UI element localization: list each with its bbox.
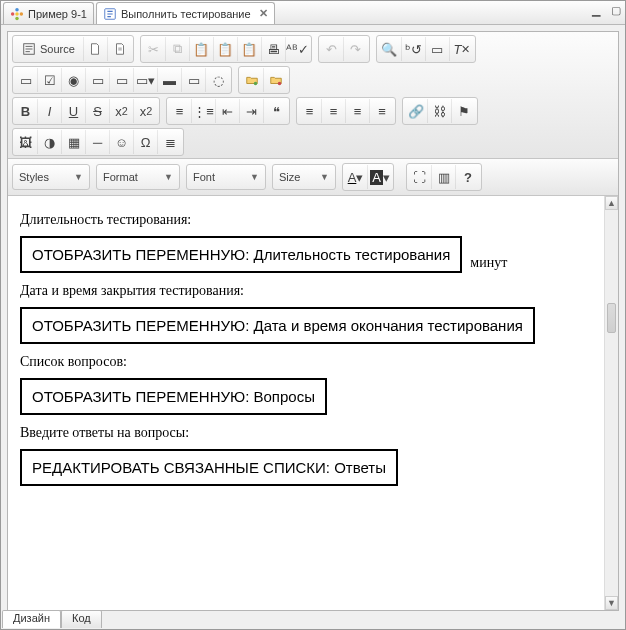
toolbar-row-2: ▭ ☑ ◉ ▭ ▭ ▭▾ ▬ ▭ ◌ (12, 66, 614, 94)
replace-button[interactable]: ᵇ↺ (402, 37, 426, 61)
textcolor-button[interactable]: A▾ (344, 165, 368, 189)
anchor-button[interactable]: ⚑ (452, 99, 476, 123)
variable-box-duration[interactable]: ОТОБРАЗИТЬ ПЕРЕМЕННУЮ: Длительность тест… (20, 236, 462, 273)
hr-button[interactable]: ─ (86, 130, 110, 154)
select-button[interactable]: ▭▾ (134, 68, 158, 92)
scroll-thumb[interactable] (607, 303, 616, 333)
align-justify-button[interactable]: ≡ (370, 99, 394, 123)
maximize-icon[interactable]: ▢ (609, 3, 623, 17)
flower-icon (10, 7, 24, 21)
svg-point-0 (15, 12, 19, 16)
outdent-button[interactable]: ⇤ (216, 99, 240, 123)
spellcheck-button[interactable]: ᴬᴮ✓ (286, 37, 310, 61)
toolbar-dropdown-row: Styles▼ Format▼ Font▼ Size▼ A▾ A▾ ⛶ ▥ ? (8, 159, 618, 196)
link-button[interactable]: 🔗 (404, 99, 428, 123)
bullist-button[interactable]: ⋮≡ (192, 99, 216, 123)
paste-button[interactable]: 📋 (190, 37, 214, 61)
pagebreak-button[interactable]: ≣ (158, 130, 182, 154)
textarea-button[interactable]: ▭ (110, 68, 134, 92)
image-button[interactable]: 🖼 (14, 130, 38, 154)
variable-box-closedate[interactable]: ОТОБРАЗИТЬ ПЕРЕМЕННУЮ: Дата и время окон… (20, 307, 535, 344)
suffix-minutes: минут (470, 255, 507, 271)
variable-box-answers[interactable]: РЕДАКТИРОВАТЬ СВЯЗАННЫЕ СПИСКИ: Ответы (20, 449, 398, 486)
removeformat-button[interactable]: T✕ (450, 37, 474, 61)
svg-point-3 (11, 12, 15, 16)
smiley-button[interactable]: ☺ (110, 130, 134, 154)
styles-dropdown[interactable]: Styles▼ (12, 164, 90, 190)
flash-button[interactable]: ◑ (38, 130, 62, 154)
editor-content[interactable]: Длительность тестирования: ОТОБРАЗИТЬ ПЕ… (8, 196, 604, 610)
open-folder-icon (245, 73, 259, 87)
custom1-button[interactable] (240, 68, 264, 92)
textfield-button[interactable]: ▭ (86, 68, 110, 92)
hidden-button[interactable]: ◌ (206, 68, 230, 92)
subscript-button[interactable]: x2 (110, 99, 134, 123)
paste-word-button[interactable]: 📋 (238, 37, 262, 61)
underline-button[interactable]: U (62, 99, 86, 123)
font-dropdown[interactable]: Font▼ (186, 164, 266, 190)
superscript-button[interactable]: x2 (134, 99, 158, 123)
showblocks-button[interactable]: ▥ (432, 165, 456, 189)
selectall-button[interactable]: ▭ (426, 37, 450, 61)
form-button[interactable]: ▭ (14, 68, 38, 92)
table-button[interactable]: ▦ (62, 130, 86, 154)
close-icon[interactable]: ✕ (259, 7, 268, 20)
label-answers: Введите ответы на вопросы: (20, 425, 592, 441)
source-button[interactable]: Source (14, 37, 84, 61)
svg-point-8 (278, 82, 282, 86)
bold-button[interactable]: B (14, 99, 38, 123)
unlink-button[interactable]: ⛓ (428, 99, 452, 123)
specialchar-button[interactable]: Ω (134, 130, 158, 154)
chevron-down-icon: ▼ (320, 172, 329, 182)
numlist-button[interactable]: ≡ (168, 99, 192, 123)
svg-point-4 (20, 12, 24, 16)
align-center-button[interactable]: ≡ (322, 99, 346, 123)
editor-frame: Source ✂ ⧉ 📋 📋 📋 🖶 ᴬᴮ✓ ↶ ↷ (7, 31, 619, 611)
about-button[interactable]: ? (456, 165, 480, 189)
copy-button[interactable]: ⧉ (166, 37, 190, 61)
variable-box-questions[interactable]: ОТОБРАЗИТЬ ПЕРЕМЕННУЮ: Вопросы (20, 378, 327, 415)
button-button[interactable]: ▬ (158, 68, 182, 92)
tab-design[interactable]: Дизайн (2, 610, 61, 628)
checkbox-button[interactable]: ☑ (38, 68, 62, 92)
label-duration: Длительность тестирования: (20, 212, 592, 228)
indent-button[interactable]: ⇥ (240, 99, 264, 123)
align-right-button[interactable]: ≡ (346, 99, 370, 123)
radio-button[interactable]: ◉ (62, 68, 86, 92)
chevron-down-icon: ▼ (250, 172, 259, 182)
tab-label: Пример 9-1 (28, 8, 87, 20)
find-button[interactable]: 🔍 (378, 37, 402, 61)
chevron-down-icon: ▼ (164, 172, 173, 182)
maximize-button[interactable]: ⛶ (408, 165, 432, 189)
tab-run-test[interactable]: Выполнить тестирование ✕ (96, 2, 275, 24)
svg-point-7 (253, 82, 257, 86)
tab-label: Выполнить тестирование (121, 8, 251, 20)
strike-button[interactable]: S (86, 99, 110, 123)
scroll-up-icon[interactable]: ▲ (605, 196, 618, 210)
scroll-down-icon[interactable]: ▼ (605, 596, 618, 610)
format-dropdown[interactable]: Format▼ (96, 164, 180, 190)
toolbar-row-3: B I U S x2 x2 ≡ ⋮≡ ⇤ ⇥ ❝ ≡ ≡ ≡ ≡ 🔗 (12, 97, 614, 125)
align-left-button[interactable]: ≡ (298, 99, 322, 123)
redo-button[interactable]: ↷ (344, 37, 368, 61)
tab-code[interactable]: Код (61, 610, 102, 628)
page-icon (88, 42, 102, 56)
tab-example[interactable]: Пример 9-1 (3, 2, 94, 24)
scroll-track[interactable] (605, 210, 618, 596)
blockquote-button[interactable]: ❝ (264, 99, 288, 123)
vertical-scrollbar[interactable]: ▲ ▼ (604, 196, 618, 610)
cut-button[interactable]: ✂ (142, 37, 166, 61)
new-page-button[interactable] (84, 37, 108, 61)
italic-button[interactable]: I (38, 99, 62, 123)
paste-text-button[interactable]: 📋 (214, 37, 238, 61)
svg-point-1 (15, 7, 19, 11)
preview-button[interactable] (108, 37, 132, 61)
print-button[interactable]: 🖶 (262, 37, 286, 61)
custom2-button[interactable] (264, 68, 288, 92)
bgcolor-button[interactable]: A▾ (368, 165, 392, 189)
size-dropdown[interactable]: Size▼ (272, 164, 336, 190)
minimize-icon[interactable]: ▁ (589, 3, 603, 17)
undo-button[interactable]: ↶ (320, 37, 344, 61)
open-folder-red-icon (269, 73, 283, 87)
imagebutton-button[interactable]: ▭ (182, 68, 206, 92)
